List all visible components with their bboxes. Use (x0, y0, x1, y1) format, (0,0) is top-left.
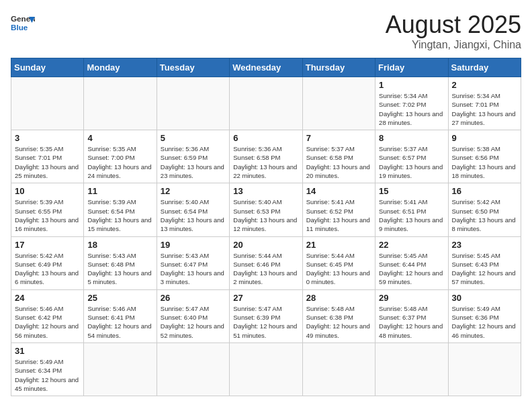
day-number: 29 (379, 293, 444, 303)
day-info: Sunrise: 5:40 AM Sunset: 6:53 PM Dayligh… (233, 197, 298, 233)
day-number: 7 (306, 133, 371, 143)
logo-icon: General Blue (11, 11, 35, 35)
day-info: Sunrise: 5:35 AM Sunset: 7:01 PM Dayligh… (15, 144, 80, 180)
day-number: 22 (379, 240, 444, 250)
table-row (448, 342, 521, 396)
day-info: Sunrise: 5:42 AM Sunset: 6:49 PM Dayligh… (15, 251, 80, 287)
day-info: Sunrise: 5:37 AM Sunset: 6:58 PM Dayligh… (306, 144, 371, 180)
day-info: Sunrise: 5:39 AM Sunset: 6:54 PM Dayligh… (87, 197, 152, 233)
table-row: 16Sunrise: 5:42 AM Sunset: 6:50 PM Dayli… (448, 183, 521, 236)
col-friday: Friday (375, 58, 448, 77)
day-number: 28 (306, 293, 371, 303)
day-number: 26 (161, 293, 226, 303)
logo: General Blue (11, 11, 35, 35)
table-row: 5Sunrise: 5:36 AM Sunset: 6:59 PM Daylig… (157, 130, 229, 183)
table-row (375, 342, 448, 396)
table-row (84, 77, 157, 130)
day-info: Sunrise: 5:48 AM Sunset: 6:38 PM Dayligh… (306, 304, 371, 340)
day-number: 25 (87, 293, 152, 303)
col-monday: Monday (84, 58, 157, 77)
day-number: 11 (87, 186, 152, 196)
calendar-title: August 2025 (386, 11, 521, 39)
day-number: 6 (233, 133, 298, 143)
table-row (157, 77, 229, 130)
day-number: 13 (233, 186, 298, 196)
calendar-subtitle: Yingtan, Jiangxi, China (386, 39, 521, 51)
table-row: 24Sunrise: 5:46 AM Sunset: 6:42 PM Dayli… (11, 289, 84, 342)
table-row: 22Sunrise: 5:45 AM Sunset: 6:44 PM Dayli… (375, 236, 448, 289)
table-row: 31Sunrise: 5:49 AM Sunset: 6:34 PM Dayli… (11, 342, 84, 396)
day-number: 14 (306, 186, 371, 196)
table-row: 13Sunrise: 5:40 AM Sunset: 6:53 PM Dayli… (230, 183, 302, 236)
day-info: Sunrise: 5:49 AM Sunset: 6:34 PM Dayligh… (15, 357, 80, 393)
day-number: 30 (452, 293, 517, 303)
col-tuesday: Tuesday (157, 58, 229, 77)
table-row: 17Sunrise: 5:42 AM Sunset: 6:49 PM Dayli… (11, 236, 84, 289)
day-number: 16 (452, 186, 517, 196)
table-row: 20Sunrise: 5:44 AM Sunset: 6:46 PM Dayli… (230, 236, 302, 289)
day-info: Sunrise: 5:39 AM Sunset: 6:55 PM Dayligh… (15, 197, 80, 233)
day-number: 18 (87, 240, 152, 250)
table-row: 26Sunrise: 5:47 AM Sunset: 6:40 PM Dayli… (157, 289, 229, 342)
day-info: Sunrise: 5:35 AM Sunset: 7:00 PM Dayligh… (87, 144, 152, 180)
day-number: 27 (233, 293, 298, 303)
day-info: Sunrise: 5:45 AM Sunset: 6:43 PM Dayligh… (452, 251, 517, 287)
day-number: 24 (15, 293, 80, 303)
day-number: 20 (233, 240, 298, 250)
title-area: August 2025 Yingtan, Jiangxi, China (386, 11, 521, 51)
day-info: Sunrise: 5:36 AM Sunset: 6:59 PM Dayligh… (161, 144, 226, 180)
table-row: 10Sunrise: 5:39 AM Sunset: 6:55 PM Dayli… (11, 183, 84, 236)
table-row (230, 342, 302, 396)
day-info: Sunrise: 5:47 AM Sunset: 6:40 PM Dayligh… (161, 304, 226, 340)
table-row: 15Sunrise: 5:41 AM Sunset: 6:51 PM Dayli… (375, 183, 448, 236)
table-row: 8Sunrise: 5:37 AM Sunset: 6:57 PM Daylig… (375, 130, 448, 183)
table-row: 18Sunrise: 5:43 AM Sunset: 6:48 PM Dayli… (84, 236, 157, 289)
day-info: Sunrise: 5:46 AM Sunset: 6:41 PM Dayligh… (87, 304, 152, 340)
table-row: 28Sunrise: 5:48 AM Sunset: 6:38 PM Dayli… (302, 289, 375, 342)
table-row (157, 342, 229, 396)
table-row (11, 77, 84, 130)
day-number: 23 (452, 240, 517, 250)
day-info: Sunrise: 5:46 AM Sunset: 6:42 PM Dayligh… (15, 304, 80, 340)
day-info: Sunrise: 5:41 AM Sunset: 6:52 PM Dayligh… (306, 197, 371, 233)
table-row: 25Sunrise: 5:46 AM Sunset: 6:41 PM Dayli… (84, 289, 157, 342)
day-number: 3 (15, 133, 80, 143)
col-sunday: Sunday (11, 58, 84, 77)
page-header: General Blue August 2025 Yingtan, Jiangx… (11, 11, 521, 51)
table-row: 12Sunrise: 5:40 AM Sunset: 6:54 PM Dayli… (157, 183, 229, 236)
day-info: Sunrise: 5:43 AM Sunset: 6:47 PM Dayligh… (161, 251, 226, 287)
day-number: 1 (379, 80, 444, 90)
day-info: Sunrise: 5:49 AM Sunset: 6:36 PM Dayligh… (452, 304, 517, 340)
day-info: Sunrise: 5:43 AM Sunset: 6:48 PM Dayligh… (87, 251, 152, 287)
calendar-header-row: Sunday Monday Tuesday Wednesday Thursday… (11, 58, 521, 77)
day-info: Sunrise: 5:47 AM Sunset: 6:39 PM Dayligh… (233, 304, 298, 340)
table-row (84, 342, 157, 396)
table-row (302, 77, 375, 130)
col-wednesday: Wednesday (230, 58, 302, 77)
table-row: 6Sunrise: 5:36 AM Sunset: 6:58 PM Daylig… (230, 130, 302, 183)
day-info: Sunrise: 5:40 AM Sunset: 6:54 PM Dayligh… (161, 197, 226, 233)
table-row: 4Sunrise: 5:35 AM Sunset: 7:00 PM Daylig… (84, 130, 157, 183)
table-row: 19Sunrise: 5:43 AM Sunset: 6:47 PM Dayli… (157, 236, 229, 289)
day-info: Sunrise: 5:44 AM Sunset: 6:46 PM Dayligh… (233, 251, 298, 287)
table-row: 21Sunrise: 5:44 AM Sunset: 6:45 PM Dayli… (302, 236, 375, 289)
day-number: 21 (306, 240, 371, 250)
table-row: 11Sunrise: 5:39 AM Sunset: 6:54 PM Dayli… (84, 183, 157, 236)
day-number: 4 (87, 133, 152, 143)
day-number: 31 (15, 346, 80, 356)
table-row: 23Sunrise: 5:45 AM Sunset: 6:43 PM Dayli… (448, 236, 521, 289)
day-info: Sunrise: 5:41 AM Sunset: 6:51 PM Dayligh… (379, 197, 444, 233)
table-row: 9Sunrise: 5:38 AM Sunset: 6:56 PM Daylig… (448, 130, 521, 183)
day-info: Sunrise: 5:34 AM Sunset: 7:01 PM Dayligh… (452, 91, 517, 127)
day-number: 2 (452, 80, 517, 90)
day-info: Sunrise: 5:44 AM Sunset: 6:45 PM Dayligh… (306, 251, 371, 287)
day-info: Sunrise: 5:38 AM Sunset: 6:56 PM Dayligh… (452, 144, 517, 180)
col-saturday: Saturday (448, 58, 521, 77)
table-row (230, 77, 302, 130)
col-thursday: Thursday (302, 58, 375, 77)
day-number: 5 (161, 133, 226, 143)
day-number: 12 (161, 186, 226, 196)
table-row: 14Sunrise: 5:41 AM Sunset: 6:52 PM Dayli… (302, 183, 375, 236)
table-row: 7Sunrise: 5:37 AM Sunset: 6:58 PM Daylig… (302, 130, 375, 183)
day-info: Sunrise: 5:48 AM Sunset: 6:37 PM Dayligh… (379, 304, 444, 340)
